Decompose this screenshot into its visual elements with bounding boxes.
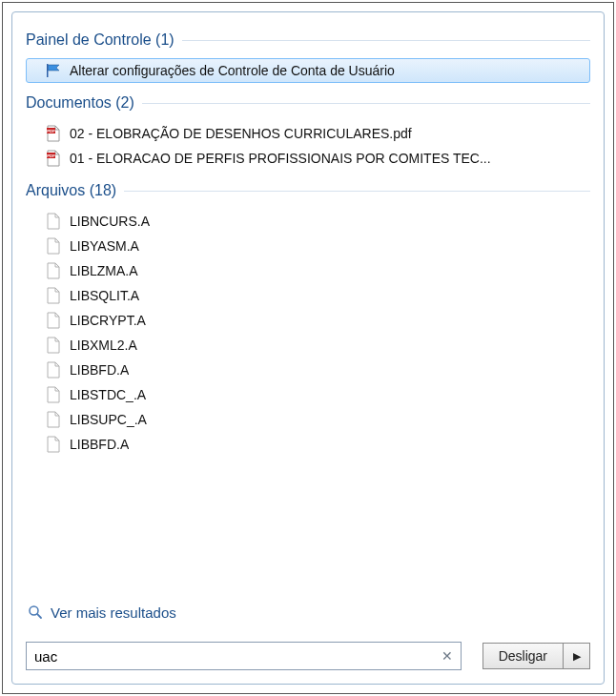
- result-label: LIBSTDC_.A: [70, 387, 146, 402]
- section-header: Documentos (2): [26, 94, 590, 112]
- clear-icon[interactable]: ✕: [440, 648, 455, 664]
- result-label: 01 - ELORACAO DE PERFIS PROFISSIONAIS PO…: [70, 151, 491, 166]
- pdf-icon: PDF: [44, 150, 63, 167]
- file-icon: [44, 312, 63, 329]
- result-item[interactable]: PDF02 - ELOBRAÇÃO DE DESENHOS CURRICULAR…: [26, 121, 590, 146]
- file-icon: [44, 411, 63, 428]
- result-item[interactable]: LIBLZMA.A: [26, 258, 590, 283]
- result-label: 02 - ELOBRAÇÃO DE DESENHOS CURRICULARES.…: [70, 126, 412, 141]
- result-label: LIBCRYPT.A: [70, 313, 146, 328]
- more-results-link[interactable]: Ver mais resultados: [26, 604, 590, 621]
- result-item[interactable]: LIBBFD.A: [26, 358, 590, 382]
- section-title: Documentos (2): [26, 94, 134, 112]
- result-label: LIBLZMA.A: [70, 263, 138, 278]
- result-list: PDF02 - ELOBRAÇÃO DE DESENHOS CURRICULAR…: [26, 117, 590, 176]
- search-input[interactable]: [34, 648, 440, 665]
- svg-line-6: [37, 614, 41, 618]
- result-item[interactable]: LIBYASM.A: [26, 234, 590, 258]
- shutdown-group: Desligar ▶: [483, 643, 590, 669]
- svg-text:PDF: PDF: [47, 154, 55, 158]
- result-item[interactable]: LIBXML2.A: [26, 333, 590, 358]
- result-label: LIBNCURS.A: [70, 214, 150, 229]
- file-icon: [44, 386, 63, 403]
- file-icon: [44, 436, 63, 453]
- result-label: LIBBFD.A: [70, 362, 129, 378]
- result-label: LIBSQLIT.A: [70, 288, 139, 303]
- result-item[interactable]: LIBSQLIT.A: [26, 283, 590, 308]
- more-results-label: Ver mais resultados: [51, 604, 176, 621]
- results-container: Painel de Controle (1)Alterar configuraç…: [26, 26, 590, 590]
- file-icon: [44, 262, 63, 279]
- pdf-icon: PDF: [44, 125, 63, 142]
- file-icon: [44, 361, 63, 379]
- section-title: Arquivos (18): [26, 182, 116, 199]
- result-list: LIBNCURS.ALIBYASM.ALIBLZMA.ALIBSQLIT.ALI…: [26, 205, 590, 462]
- section-divider: [124, 191, 590, 192]
- shutdown-label: Desligar: [499, 648, 547, 664]
- result-label: LIBYASM.A: [70, 238, 139, 254]
- shutdown-button[interactable]: Desligar: [483, 643, 564, 669]
- result-item[interactable]: LIBNCURS.A: [26, 209, 590, 234]
- start-menu-search-panel: Painel de Controle (1)Alterar configuraç…: [11, 11, 605, 685]
- result-item[interactable]: LIBSTDC_.A: [26, 382, 590, 407]
- file-icon: [44, 237, 63, 255]
- result-label: LIBBFD.A: [70, 437, 129, 452]
- result-label: LIBXML2.A: [70, 338, 137, 353]
- file-icon: [44, 337, 63, 354]
- svg-text:PDF: PDF: [47, 129, 55, 133]
- search-box[interactable]: ✕: [26, 642, 462, 670]
- result-label: Alterar configurações de Controle de Con…: [70, 63, 395, 78]
- file-icon: [44, 287, 63, 304]
- result-list: Alterar configurações de Controle de Con…: [26, 54, 590, 89]
- result-item[interactable]: LIBCRYPT.A: [26, 308, 590, 333]
- section-title: Painel de Controle (1): [26, 31, 175, 49]
- section-divider: [142, 103, 590, 104]
- result-item[interactable]: LIBBFD.A: [26, 432, 590, 457]
- result-item[interactable]: Alterar configurações de Controle de Con…: [26, 58, 590, 83]
- shutdown-options-button[interactable]: ▶: [564, 643, 590, 669]
- flag-icon: [44, 62, 63, 79]
- search-icon: [26, 604, 45, 621]
- section-header: Arquivos (18): [26, 182, 590, 199]
- chevron-right-icon: ▶: [573, 650, 581, 663]
- section-header: Painel de Controle (1): [26, 31, 590, 49]
- result-item[interactable]: LIBSUPC_.A: [26, 407, 590, 432]
- result-item[interactable]: PDF01 - ELORACAO DE PERFIS PROFISSIONAIS…: [26, 146, 590, 171]
- file-icon: [44, 213, 63, 230]
- bottom-bar: ✕ Desligar ▶: [26, 642, 590, 670]
- section-divider: [182, 40, 590, 41]
- result-label: LIBSUPC_.A: [70, 412, 147, 427]
